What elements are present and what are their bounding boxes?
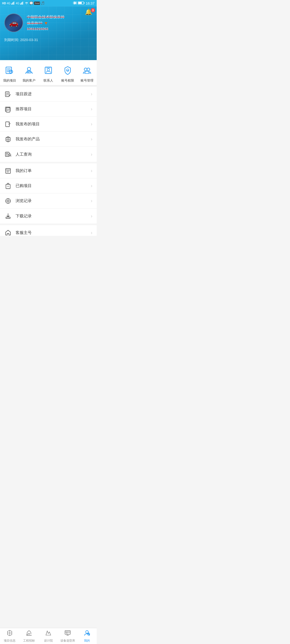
quick-item-account-permission[interactable]: 账号权限 bbox=[58, 64, 77, 83]
svg-rect-4 bbox=[20, 3, 21, 5]
svg-rect-42 bbox=[6, 122, 9, 127]
svg-rect-3 bbox=[14, 2, 14, 5]
company-name: 中能联合技术部侯亲帅 bbox=[27, 14, 92, 20]
browse-history-icon bbox=[4, 197, 12, 205]
arrow-icon-download-history: › bbox=[91, 213, 92, 219]
phone-number: 13611219263 bbox=[27, 27, 92, 31]
arrow-icon-recommend-project: › bbox=[91, 106, 92, 112]
user-name-row: 侯亲帅?? ▼ bbox=[27, 21, 92, 26]
svg-rect-57 bbox=[6, 184, 10, 189]
menu-text-download-history: 下载记录 bbox=[16, 214, 91, 219]
menu-item-download-history[interactable]: 下载记录 › bbox=[0, 208, 97, 224]
contact-icon bbox=[42, 64, 54, 76]
menu-section-3-partial: 客服主号 › bbox=[0, 225, 97, 236]
status-bar: HD 4G 4G 💬 Soul 🎵 bbox=[0, 0, 97, 6]
menu-text-my-published-project: 我发布的项目 bbox=[16, 122, 91, 127]
arrow-icon-purchased-project: › bbox=[91, 183, 92, 189]
status-right: 16:37 bbox=[73, 1, 95, 5]
svg-rect-12 bbox=[74, 2, 76, 4]
quick-menu: 我的项目 我的客户 联系人 bbox=[0, 60, 97, 87]
svg-point-31 bbox=[84, 68, 87, 71]
my-published-project-icon bbox=[4, 120, 12, 128]
svg-rect-6 bbox=[22, 2, 22, 5]
svg-point-32 bbox=[87, 68, 90, 71]
svg-line-52 bbox=[10, 156, 11, 156]
arrow-icon-my-published-product: › bbox=[91, 136, 92, 142]
menu-item-manual-query[interactable]: 人工查询 › bbox=[0, 147, 97, 162]
menu-item-my-order[interactable]: 我的订单 › bbox=[0, 163, 97, 178]
quick-item-my-project[interactable]: 我的项目 bbox=[0, 64, 19, 83]
menu-section-1: 项目跟进 › 推荐项目 › 我发布的项目 › bbox=[0, 87, 97, 162]
signal2-icon bbox=[20, 1, 24, 5]
signal-icon bbox=[11, 1, 15, 5]
menu-item-home-service[interactable]: 客服主号 › bbox=[0, 225, 97, 236]
quick-label-my-project: 我的项目 bbox=[3, 78, 16, 83]
menu-text-manual-query: 人工查询 bbox=[16, 152, 91, 157]
status-left: HD 4G 4G 💬 Soul 🎵 bbox=[2, 1, 45, 5]
profile-row: 中能联合技术部侯亲帅 侯亲帅?? ▼ 13611219263 bbox=[4, 13, 92, 32]
download-history-icon bbox=[4, 212, 12, 220]
svg-rect-9 bbox=[74, 1, 74, 5]
account-permission-icon bbox=[62, 64, 74, 76]
menu-item-my-published-product[interactable]: 我发布的产品 › bbox=[0, 132, 97, 147]
expiry-text: 到期时间: 2020-03-31 bbox=[4, 38, 92, 42]
notification-badge: 3 bbox=[91, 8, 95, 12]
svg-rect-0 bbox=[11, 3, 12, 5]
vibrate-icon bbox=[73, 1, 77, 5]
svg-point-49 bbox=[6, 153, 8, 155]
svg-rect-15 bbox=[78, 2, 82, 4]
profile-info: 中能联合技术部侯亲帅 侯亲帅?? ▼ 13611219263 bbox=[27, 13, 92, 31]
quick-item-my-client[interactable]: 我的客户 bbox=[19, 64, 39, 83]
svg-rect-1 bbox=[12, 3, 13, 5]
menu-text-home-service: 客服主号 bbox=[16, 230, 91, 235]
menu-text-recommend-project: 推荐项目 bbox=[16, 107, 91, 112]
wifi-icon bbox=[25, 1, 28, 5]
hd-indicator: HD bbox=[2, 2, 6, 5]
svg-point-28 bbox=[47, 69, 50, 71]
my-published-product-icon bbox=[4, 136, 12, 143]
my-client-icon bbox=[23, 64, 35, 76]
svg-point-23 bbox=[27, 67, 31, 71]
svg-rect-5 bbox=[21, 3, 21, 5]
soul-icon: Soul bbox=[34, 2, 40, 5]
arrow-icon-project-tracking: › bbox=[91, 91, 92, 97]
4g-2-indicator: 4G bbox=[16, 2, 19, 5]
menu-text-purchased-project: 已购项目 bbox=[16, 183, 91, 188]
arrow-icon-my-published-project: › bbox=[91, 121, 92, 127]
arrow-icon-my-order: › bbox=[91, 168, 92, 174]
svg-rect-7 bbox=[23, 2, 23, 5]
menu-text-browse-history: 浏览记录 bbox=[16, 198, 91, 203]
quick-item-account-manage[interactable]: 账号管理 bbox=[77, 64, 97, 83]
menu-item-project-tracking[interactable]: 项目跟进 › bbox=[0, 87, 97, 102]
svg-point-60 bbox=[7, 200, 9, 202]
menu-text-my-published-product: 我发布的产品 bbox=[16, 137, 91, 142]
arrow-icon-browse-history: › bbox=[91, 198, 92, 204]
menu-item-recommend-project[interactable]: 推荐项目 › bbox=[0, 102, 97, 117]
menu-section-2: 我的订单 › 已购项目 › 浏览记录 › bbox=[0, 163, 97, 224]
purchased-project-icon bbox=[4, 182, 12, 190]
header-section: 🔔 3 中能联合技术部侯亲帅 侯亲帅?? ▼ 13611219263 到期时间:… bbox=[0, 6, 97, 60]
menu-item-my-published-project[interactable]: 我发布的项目 › bbox=[0, 117, 97, 132]
svg-rect-11 bbox=[77, 1, 77, 5]
avatar[interactable] bbox=[4, 13, 23, 32]
svg-rect-14 bbox=[84, 2, 85, 4]
battery-icon bbox=[78, 1, 85, 5]
avatar-image bbox=[5, 14, 23, 32]
project-tracking-icon bbox=[4, 90, 12, 98]
quick-label-account-permission: 账号权限 bbox=[61, 78, 74, 83]
quick-label-my-client: 我的客户 bbox=[23, 78, 35, 83]
arrow-icon-manual-query: › bbox=[91, 152, 92, 157]
quick-label-account-manage: 账号管理 bbox=[81, 78, 93, 83]
quick-item-contact[interactable]: 联系人 bbox=[39, 64, 58, 83]
user-name: 侯亲帅?? bbox=[27, 21, 42, 26]
vip-icon: ▼ bbox=[44, 21, 48, 26]
my-project-icon bbox=[4, 64, 16, 76]
menu-item-browse-history[interactable]: 浏览记录 › bbox=[0, 193, 97, 208]
account-manage-icon bbox=[81, 64, 93, 76]
svg-rect-8 bbox=[73, 2, 74, 4]
svg-rect-2 bbox=[13, 2, 13, 5]
recommend-project-icon bbox=[4, 105, 12, 113]
menu-text-project-tracking: 项目跟进 bbox=[16, 92, 91, 97]
menu-item-purchased-project[interactable]: 已购项目 › bbox=[0, 178, 97, 193]
manual-query-icon bbox=[4, 151, 12, 158]
